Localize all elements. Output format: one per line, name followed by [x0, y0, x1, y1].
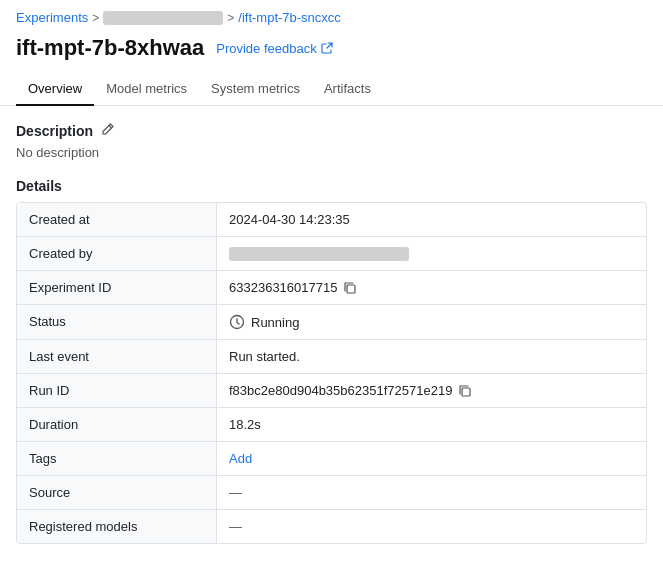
external-link-icon	[321, 42, 333, 54]
tabs-bar: Overview Model metrics System metrics Ar…	[0, 73, 663, 106]
description-label: Description	[16, 123, 93, 139]
value-run-id: f83bc2e80d904b35b62351f72571e219	[217, 374, 646, 407]
table-row: Experiment ID 633236316017715	[17, 271, 646, 305]
created-by-blurred	[229, 247, 409, 261]
copy-run-id-icon[interactable]	[458, 384, 472, 398]
label-last-event: Last event	[17, 340, 217, 373]
feedback-link[interactable]: Provide feedback	[216, 41, 332, 56]
description-section-title: Description	[16, 122, 647, 139]
page-title: ift-mpt-7b-8xhwaa	[16, 35, 204, 61]
breadcrumb-run[interactable]: /ift-mpt-7b-sncxcc	[238, 10, 341, 25]
breadcrumb-sep2: >	[227, 11, 234, 25]
table-row: Created by	[17, 237, 646, 271]
value-experiment-id: 633236316017715	[217, 271, 646, 304]
add-tag-link[interactable]: Add	[229, 451, 252, 466]
run-id-text: f83bc2e80d904b35b62351f72571e219	[229, 383, 452, 398]
copy-experiment-id-icon[interactable]	[343, 281, 357, 295]
svg-rect-0	[347, 285, 355, 293]
table-row: Last event Run started.	[17, 340, 646, 374]
label-source: Source	[17, 476, 217, 509]
breadcrumb-sep1: >	[92, 11, 99, 25]
value-last-event: Run started.	[217, 340, 646, 373]
tab-artifacts[interactable]: Artifacts	[312, 73, 383, 106]
table-row: Created at 2024-04-30 14:23:35	[17, 203, 646, 237]
table-row: Tags Add	[17, 442, 646, 476]
table-row: Status Running	[17, 305, 646, 340]
status-text: Running	[251, 315, 299, 330]
tab-model-metrics[interactable]: Model metrics	[94, 73, 199, 106]
no-description-text: No description	[16, 145, 647, 160]
details-table: Created at 2024-04-30 14:23:35 Created b…	[16, 202, 647, 544]
value-status: Running	[217, 305, 646, 339]
edit-description-icon[interactable]	[101, 122, 115, 139]
tab-overview[interactable]: Overview	[16, 73, 94, 106]
table-row: Source —	[17, 476, 646, 510]
label-status: Status	[17, 305, 217, 339]
value-created-at: 2024-04-30 14:23:35	[217, 203, 646, 236]
label-created-by: Created by	[17, 237, 217, 270]
feedback-label: Provide feedback	[216, 41, 316, 56]
status-running: Running	[229, 314, 299, 330]
value-duration: 18.2s	[217, 408, 646, 441]
table-row: Run ID f83bc2e80d904b35b62351f72571e219	[17, 374, 646, 408]
clock-icon	[229, 314, 245, 330]
label-tags: Tags	[17, 442, 217, 475]
value-registered-models: —	[217, 510, 646, 543]
main-content: Description No description Details Creat…	[0, 106, 663, 560]
label-created-at: Created at	[17, 203, 217, 236]
value-tags: Add	[217, 442, 646, 475]
value-source: —	[217, 476, 646, 509]
label-run-id: Run ID	[17, 374, 217, 407]
svg-rect-2	[462, 388, 470, 396]
table-row: Duration 18.2s	[17, 408, 646, 442]
value-created-by	[217, 237, 646, 270]
label-duration: Duration	[17, 408, 217, 441]
experiment-id-text: 633236316017715	[229, 280, 337, 295]
breadcrumb-experiments[interactable]: Experiments	[16, 10, 88, 25]
label-experiment-id: Experiment ID	[17, 271, 217, 304]
breadcrumb-user-path	[103, 11, 223, 25]
details-section-title: Details	[16, 178, 647, 194]
label-registered-models: Registered models	[17, 510, 217, 543]
tab-system-metrics[interactable]: System metrics	[199, 73, 312, 106]
title-row: ift-mpt-7b-8xhwaa Provide feedback	[0, 31, 663, 73]
table-row: Registered models —	[17, 510, 646, 543]
breadcrumb: Experiments > > /ift-mpt-7b-sncxcc	[0, 0, 663, 31]
